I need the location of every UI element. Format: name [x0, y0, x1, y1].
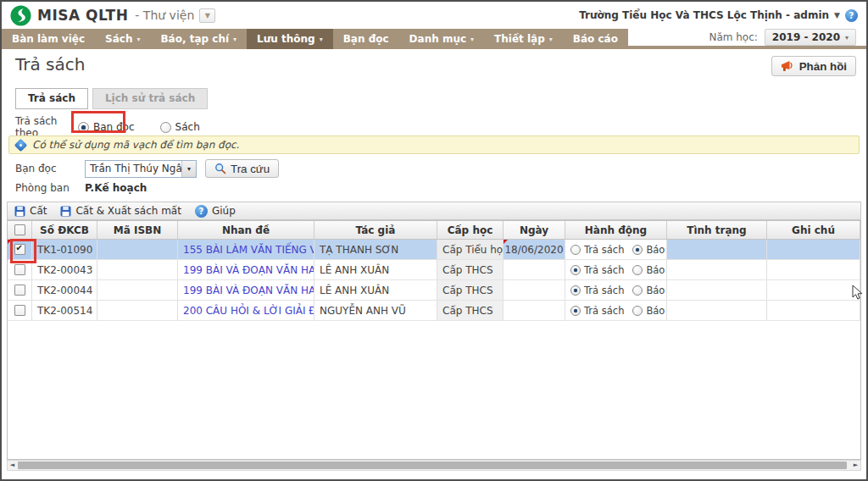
- row-checkbox[interactable]: [14, 305, 25, 316]
- radio-selected-icon[interactable]: [78, 122, 89, 133]
- title-cell: 155 BÀI LÀM VĂN TIẾNG VIỆT 3: [178, 240, 314, 259]
- megaphone-icon: [781, 60, 794, 72]
- help-button[interactable]: ? Giúp: [195, 205, 236, 218]
- nav-item-bao-tap-chi[interactable]: Báo, tạp chí▾: [150, 29, 247, 49]
- radio-option-ban-doc[interactable]: Bạn đọc: [78, 121, 135, 133]
- scrollbar-thumb[interactable]: [18, 462, 847, 469]
- top-header: MISA QLTH - Thư viện ▼ Trường Tiểu Học V…: [2, 2, 866, 29]
- chevron-down-icon: ▾: [470, 36, 474, 43]
- tab-tra-sach[interactable]: Trả sách: [15, 88, 88, 109]
- book-title-link[interactable]: 199 BÀI VÀ ĐOẠN VĂN HAY LỚP 9: [183, 285, 314, 296]
- info-icon: [14, 138, 28, 152]
- table-row[interactable]: TK2-00043 199 BÀI VÀ ĐOẠN VĂN HAY LỚP 9 …: [8, 260, 860, 280]
- scroll-right-icon[interactable]: ►: [851, 461, 860, 470]
- combobox-dropdown-icon[interactable]: ▾: [181, 161, 196, 177]
- radio-selected-icon[interactable]: [570, 265, 581, 275]
- date-cell[interactable]: [504, 260, 565, 279]
- tab-lich-su-tra-sach[interactable]: Lịch sử trả sách: [92, 88, 208, 109]
- column-header: Cấp học: [437, 221, 504, 239]
- code-cell: TK2-00043: [32, 260, 97, 279]
- note-cell: [767, 240, 860, 259]
- row-checkbox[interactable]: [14, 285, 25, 296]
- isbn-cell: [97, 240, 178, 259]
- school-year-select[interactable]: 2019 - 2020 ▾: [765, 29, 856, 46]
- radio-selected-icon[interactable]: [570, 285, 581, 296]
- save-export-lost-button[interactable]: Cất & Xuất sách mất: [60, 205, 181, 217]
- module-dropdown-icon[interactable]: ▼: [199, 8, 215, 23]
- nav-item-bao-cao[interactable]: Báo cáo: [563, 29, 628, 49]
- radio-selected-icon[interactable]: [570, 306, 581, 316]
- radio-selected-icon[interactable]: [632, 245, 643, 255]
- action-cell: Trả sách Báo mất: [565, 301, 667, 320]
- account-chevron-down-icon[interactable]: ▼: [834, 11, 840, 19]
- status-cell: [667, 260, 767, 279]
- radio-unselected-icon[interactable]: [570, 245, 581, 255]
- date-cell[interactable]: [504, 301, 565, 320]
- book-title-link[interactable]: 199 BÀI VÀ ĐOẠN VĂN HAY LỚP 9: [183, 264, 314, 276]
- date-cell[interactable]: [504, 280, 565, 300]
- chevron-down-icon: ▾: [549, 36, 553, 43]
- app-brand: MISA QLTH: [37, 7, 128, 24]
- table-row[interactable]: TK1-01090 155 BÀI LÀM VĂN TIẾNG VIỆT 3 T…: [8, 240, 860, 260]
- action-radio-bao-mat[interactable]: Báo mất: [632, 285, 667, 296]
- row-checkbox[interactable]: [14, 264, 25, 275]
- column-header: Tình trạng: [667, 221, 767, 239]
- feedback-button[interactable]: Phản hồi: [771, 56, 856, 76]
- note-cell: [767, 280, 860, 300]
- book-title-link[interactable]: 200 CÂU HỎI & LỜI GIẢI ĐÁP N...: [183, 305, 314, 317]
- nav-item-danh-muc[interactable]: Danh mục▾: [399, 29, 485, 49]
- app-window: MISA QLTH - Thư viện ▼ Trường Tiểu Học V…: [0, 0, 868, 481]
- date-cell[interactable]: 18/06/2020: [504, 240, 565, 259]
- department-value: P.Kế hoạch: [85, 182, 147, 194]
- column-header: Số ĐKCB: [32, 221, 97, 239]
- book-title-link[interactable]: 155 BÀI LÀM VĂN TIẾNG VIỆT 3: [183, 244, 314, 256]
- info-banner: Có thể sử dụng mã vạch để tìm bạn đọc.: [8, 135, 860, 154]
- radio-unselected-icon[interactable]: [632, 285, 643, 296]
- nav-item-luu-thong[interactable]: Lưu thông▾: [247, 29, 333, 49]
- action-radio-tra-sach[interactable]: Trả sách: [570, 305, 624, 317]
- help-icon[interactable]: ?: [845, 9, 858, 22]
- radio-unselected-icon[interactable]: [160, 122, 171, 133]
- status-cell: [667, 301, 767, 320]
- lookup-button[interactable]: Tra cứu: [205, 159, 279, 178]
- column-header: Mã ISBN: [97, 221, 178, 239]
- author-cell: LÊ ANH XUÂN: [314, 260, 437, 279]
- nav-item-thiet-lap[interactable]: Thiết lập▾: [484, 29, 563, 49]
- table-row[interactable]: TK2-00044 199 BÀI VÀ ĐOẠN VĂN HAY LỚP 9 …: [8, 280, 860, 301]
- nav-item-ban-doc[interactable]: Bạn đọc: [333, 29, 399, 49]
- row-checkbox[interactable]: [14, 244, 25, 255]
- checkbox-cell: [8, 240, 32, 259]
- radio-option-sach[interactable]: Sách: [160, 121, 200, 133]
- table-row[interactable]: TK2-00514 200 CÂU HỎI & LỜI GIẢI ĐÁP N..…: [8, 301, 860, 321]
- action-radio-bao-mat[interactable]: Báo mất: [632, 305, 667, 317]
- horizontal-scrollbar[interactable]: ◄ ►: [7, 460, 861, 471]
- account-name[interactable]: Trường Tiểu Học Và THCS Lộc Thịnh - admi…: [579, 9, 829, 21]
- page-title: Trả sách: [15, 54, 85, 75]
- action-radio-tra-sach[interactable]: Trả sách: [570, 264, 624, 276]
- department-label: Phòng ban: [15, 182, 85, 194]
- action-cell: Trả sách Báo mất: [565, 260, 667, 279]
- action-radio-tra-sach[interactable]: Trả sách: [570, 244, 624, 256]
- column-header: Ngày: [504, 221, 565, 239]
- select-all-checkbox[interactable]: [14, 224, 25, 235]
- chevron-down-icon: ▾: [320, 36, 323, 43]
- app-module: - Thư viện: [135, 8, 194, 22]
- radio-unselected-icon[interactable]: [632, 306, 643, 316]
- scroll-left-icon[interactable]: ◄: [8, 461, 17, 470]
- school-year-label: Năm học:: [709, 31, 757, 43]
- level-cell: Cấp Tiểu học: [437, 240, 504, 259]
- radio-unselected-icon[interactable]: [632, 265, 643, 275]
- department-row: Phòng ban P.Kế hoạch: [15, 182, 147, 194]
- nav-item-sach[interactable]: Sách▾: [95, 29, 150, 49]
- title-cell: 200 CÂU HỎI & LỜI GIẢI ĐÁP N...: [178, 301, 314, 320]
- grid-toolbar: Cất Cất & Xuất sách mất ? Giúp: [7, 202, 861, 220]
- column-header: Tác giả: [314, 221, 437, 239]
- nav-item-ban-lam-viec[interactable]: Bàn làm việc: [2, 29, 95, 49]
- save-button[interactable]: Cất: [14, 205, 47, 217]
- action-radio-bao-mat[interactable]: Báo mất: [632, 244, 667, 256]
- reader-combobox[interactable]: Trần Thị Thúy Ngân ▾: [85, 160, 197, 178]
- code-cell: TK2-00044: [32, 280, 97, 300]
- misa-logo-icon: [10, 5, 31, 26]
- action-radio-tra-sach[interactable]: Trả sách: [570, 285, 624, 296]
- action-radio-bao-mat[interactable]: Báo mất: [632, 264, 667, 276]
